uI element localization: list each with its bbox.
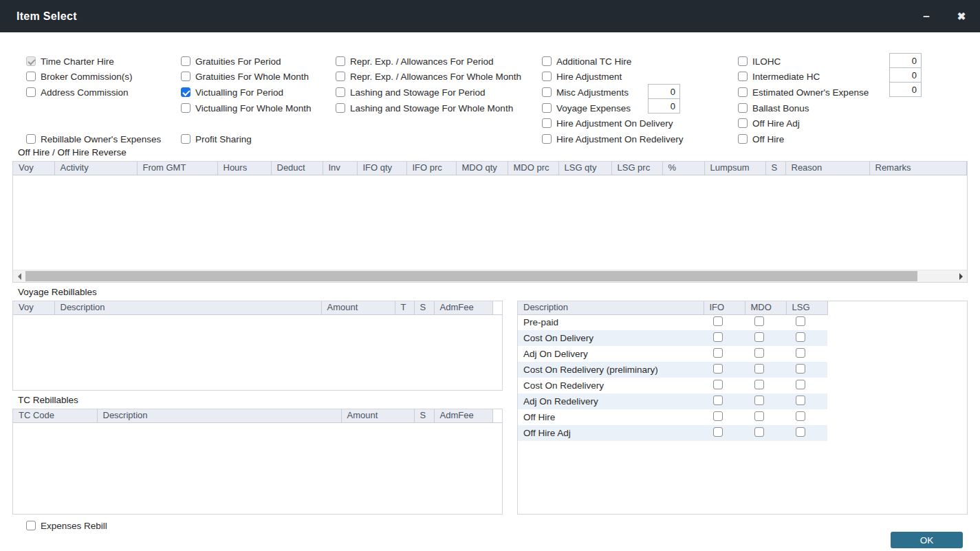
cost-on-delivery-mdo-checkbox[interactable]	[754, 332, 764, 342]
checkbox-misc-adjustments[interactable]: Misc Adjustments	[542, 87, 629, 98]
checkbox-additional-tc-hire[interactable]: Additional TC Hire	[542, 56, 631, 67]
checkbox-gratuities-for-period[interactable]: Gratuities For Period	[181, 56, 281, 67]
lashing-and-stowage-for-period-checkbox[interactable]	[336, 87, 345, 97]
cost-on-redelivery-ifo-checkbox[interactable]	[713, 380, 723, 389]
misc-adjustments-input[interactable]	[648, 84, 680, 99]
voyage-col-s[interactable]: S	[414, 301, 434, 314]
tc-col-admfee[interactable]: AdmFee	[434, 409, 492, 422]
repr-exp-allowances-for-period-checkbox[interactable]	[336, 56, 345, 66]
checkbox-profit-sharing[interactable]: Profit Sharing	[181, 133, 252, 144]
adj-on-delivery-ifo-checkbox[interactable]	[713, 348, 723, 358]
checkbox-hire-adjustment[interactable]: Hire Adjustment	[542, 71, 622, 82]
checkbox-lashing-and-stowage-for-period[interactable]: Lashing and Stowage For Period	[336, 87, 486, 98]
intermediate-hc-input[interactable]	[889, 67, 922, 83]
checkbox-estimated-owners-expense[interactable]: Estimated Owner's Expense	[738, 87, 869, 98]
offhire-col-mdo-qty[interactable]: MDO qty	[456, 162, 508, 175]
cost-on-delivery-ifo-checkbox[interactable]	[713, 332, 723, 342]
offhire-col-ifo-prc[interactable]: IFO prc	[406, 162, 456, 175]
voyage-col-description[interactable]: Description	[54, 301, 321, 314]
voyage-col-voy[interactable]: Voy	[13, 301, 54, 314]
adj-on-redelivery-ifo-checkbox[interactable]	[713, 396, 723, 405]
tc-col-s[interactable]: S	[414, 409, 434, 422]
cost-on-redelivery-preliminary-lsg-checkbox[interactable]	[796, 364, 805, 374]
checkbox-victualling-for-whole-month[interactable]: Victualling For Whole Month	[181, 102, 312, 114]
cost-on-redelivery-preliminary-ifo-checkbox[interactable]	[713, 364, 723, 374]
off-hire-checkbox[interactable]	[738, 134, 748, 144]
checkbox-lashing-and-stowage-for-whole-month[interactable]: Lashing and Stowage For Whole Month	[336, 102, 513, 114]
voyage-expenses-checkbox[interactable]	[542, 103, 552, 113]
cost-on-delivery-lsg-checkbox[interactable]	[796, 332, 805, 342]
pre-paid-ifo-checkbox[interactable]	[713, 316, 723, 326]
scroll-right-button[interactable]	[955, 270, 967, 282]
off-hire-lsg-checkbox[interactable]	[796, 411, 805, 421]
offhire-col-from-gmt[interactable]: From GMT	[137, 162, 217, 175]
tc-col-tc-code[interactable]: TC Code	[13, 409, 97, 422]
checkbox-repr-exp-allowances-for-whole-month[interactable]: Repr. Exp. / Allowances For Whole Month	[336, 71, 521, 82]
scroll-track[interactable]	[25, 270, 955, 282]
profit-sharing-checkbox[interactable]	[181, 134, 190, 144]
off-hire-ifo-checkbox[interactable]	[713, 411, 723, 421]
offhire-col-voy[interactable]: Voy	[13, 162, 54, 175]
offhire-col-reason[interactable]: Reason	[785, 162, 869, 175]
off-hire-adj-mdo-checkbox[interactable]	[754, 427, 764, 437]
scroll-thumb[interactable]	[25, 271, 917, 281]
offhire-col-lsg-prc[interactable]: LSG prc	[611, 162, 662, 175]
offhire-col-deduct[interactable]: Deduct	[271, 162, 323, 175]
pre-paid-mdo-checkbox[interactable]	[754, 316, 764, 326]
ballast-bonus-checkbox[interactable]	[738, 103, 748, 113]
offhire-col-percent[interactable]: %	[662, 162, 704, 175]
gratuities-for-whole-month-checkbox[interactable]	[181, 72, 190, 81]
off-hire-adj-lsg-checkbox[interactable]	[796, 427, 805, 437]
checkbox-intermediate-hc[interactable]: Intermediate HC	[738, 71, 820, 82]
off-hire-mdo-checkbox[interactable]	[754, 411, 764, 421]
scroll-left-button[interactable]	[13, 270, 25, 282]
repr-exp-allowances-for-whole-month-checkbox[interactable]	[336, 72, 345, 81]
checkbox-off-hire[interactable]: Off Hire	[738, 133, 784, 144]
checkbox-expenses-rebill[interactable]: Expenses Rebill	[26, 520, 107, 531]
checkbox-ballast-bonus[interactable]: Ballast Bonus	[738, 102, 809, 114]
tc-col-amount[interactable]: Amount	[341, 409, 414, 422]
broker-commissions-checkbox[interactable]	[26, 72, 36, 81]
offhire-col-hours[interactable]: Hours	[217, 162, 271, 175]
time-charter-hire-checkbox[interactable]	[26, 56, 36, 66]
off-hire-adj-checkbox[interactable]	[738, 118, 748, 128]
hire-adjustment-on-delivery-checkbox[interactable]	[542, 118, 552, 128]
expenses-rebill-checkbox[interactable]	[26, 521, 36, 530]
offhire-horizontal-scrollbar[interactable]	[13, 270, 967, 282]
offhire-col-lumpsum[interactable]: Lumpsum	[704, 162, 765, 175]
voyage-col-t[interactable]: T	[395, 301, 414, 314]
voyage-col-admfee[interactable]: AdmFee	[434, 301, 492, 314]
hire-adjustment-on-redelivery-checkbox[interactable]	[542, 134, 552, 144]
lashing-and-stowage-for-whole-month-checkbox[interactable]	[336, 103, 345, 113]
checkbox-voyage-expenses[interactable]: Voyage Expenses	[542, 102, 631, 114]
checkbox-time-charter-hire[interactable]: Time Charter Hire	[26, 56, 114, 67]
checkbox-hire-adjustment-on-delivery[interactable]: Hire Adjustment On Delivery	[542, 118, 673, 129]
checkbox-hire-adjustment-on-redelivery[interactable]: Hire Adjustment On Redelivery	[542, 133, 684, 144]
off-hire-adj-ifo-checkbox[interactable]	[713, 427, 723, 437]
pre-paid-lsg-checkbox[interactable]	[796, 316, 805, 326]
adj-on-delivery-mdo-checkbox[interactable]	[754, 348, 764, 358]
close-icon[interactable]: ✖	[952, 0, 971, 32]
offhire-col-remarks[interactable]: Remarks	[869, 162, 967, 175]
rebillable-owners-expenses-checkbox[interactable]	[26, 134, 36, 144]
offhire-col-ifo-qty[interactable]: IFO qty	[357, 162, 406, 175]
gratuities-for-period-checkbox[interactable]	[181, 56, 190, 66]
address-commission-checkbox[interactable]	[26, 87, 36, 97]
additional-tc-hire-checkbox[interactable]	[542, 56, 552, 66]
estimated-owners-expense-checkbox[interactable]	[738, 87, 748, 97]
checkbox-rebillable-owners-expenses[interactable]: Rebillable Owner's Expenses	[26, 133, 161, 144]
cost-on-redelivery-lsg-checkbox[interactable]	[796, 380, 805, 389]
misc-adjustments-checkbox[interactable]	[542, 87, 552, 97]
offhire-col-activity[interactable]: Activity	[54, 162, 137, 175]
checkbox-victualling-for-period[interactable]: Victualling For Period	[181, 87, 283, 98]
cost-on-redelivery-preliminary-mdo-checkbox[interactable]	[754, 364, 764, 374]
minimize-icon[interactable]: –	[917, 0, 936, 32]
offhire-col-inv[interactable]: Inv	[323, 162, 357, 175]
offhire-col-lsg-qty[interactable]: LSG qty	[558, 162, 611, 175]
checkbox-gratuities-for-whole-month[interactable]: Gratuities For Whole Month	[181, 71, 309, 82]
ilohc-checkbox[interactable]	[738, 56, 748, 66]
adj-on-redelivery-mdo-checkbox[interactable]	[754, 396, 764, 405]
hire-adjustment-checkbox[interactable]	[542, 72, 552, 81]
checkbox-address-commission[interactable]: Address Commission	[26, 87, 129, 98]
tc-col-description[interactable]: Description	[97, 409, 341, 422]
